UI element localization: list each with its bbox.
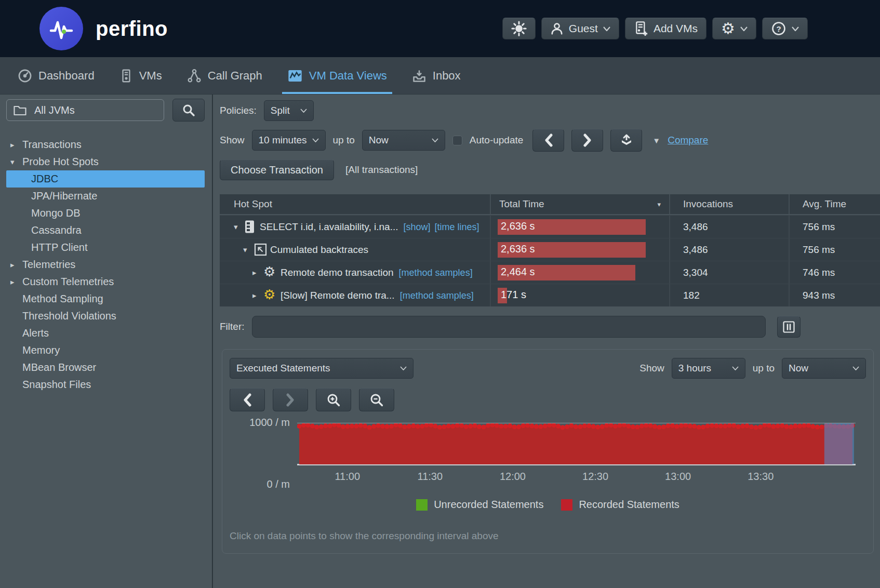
- sidebar-item-http-client[interactable]: HTTP Client: [0, 239, 212, 256]
- method-samples-link[interactable]: [method samples]: [399, 268, 473, 278]
- user-icon: [550, 22, 564, 35]
- sidebar-item-probe-hot-spots[interactable]: ▾Probe Hot Spots: [0, 153, 212, 170]
- hotspot-table: Hot Spot Total Time▾ Invocations Avg. Ti…: [220, 194, 880, 306]
- zoom-in-icon: [326, 393, 341, 407]
- sidebar-item-telemetries[interactable]: ▸Telemetries: [0, 256, 212, 273]
- auto-update-checkbox[interactable]: [452, 136, 462, 145]
- tab-vm-data-views[interactable]: VM Data Views: [275, 57, 399, 94]
- sidebar-item-cassandra[interactable]: Cassandra: [0, 222, 212, 239]
- logo: perfino: [0, 7, 168, 50]
- settings-menu-button[interactable]: ⚙: [712, 18, 756, 39]
- chevron-down-icon: [300, 109, 307, 113]
- add-vms-button[interactable]: Add VMs: [625, 18, 706, 39]
- metric-select[interactable]: Executed Statements: [230, 358, 414, 379]
- upto-label: up to: [333, 135, 355, 146]
- choose-transaction-button[interactable]: Choose Transaction: [220, 159, 334, 180]
- sidebar-item-mbean-browser[interactable]: MBean Browser: [0, 359, 212, 376]
- server-icon: [119, 69, 133, 83]
- sidebar-item-memory[interactable]: Memory: [0, 342, 212, 359]
- app-title: perfino: [96, 17, 168, 41]
- filter-columns-button[interactable]: [777, 316, 801, 338]
- sidebar-item-jpa-hibernate[interactable]: JPA/Hibernate: [0, 188, 212, 205]
- telemetry-chart[interactable]: 1000 / m 0 / m 11:0011:3012:0012:3013:00…: [230, 423, 866, 484]
- chart-hint-text: Click on data points to show the corresp…: [230, 530, 866, 542]
- chevron-right-icon: [285, 393, 296, 407]
- sidebar-item-method-sampling[interactable]: Method Sampling: [0, 290, 212, 308]
- add-vms-label: Add VMs: [654, 22, 698, 35]
- column-header-avg-time[interactable]: Avg. Time: [790, 194, 880, 214]
- chart-selection: [824, 423, 854, 464]
- upto-select[interactable]: Now: [362, 130, 445, 151]
- jvm-selector-label: All JVMs: [34, 104, 75, 116]
- sidebar-item-transactions[interactable]: ▸Transactions: [0, 136, 212, 153]
- sidebar-item-snapshot-files[interactable]: Snapshot Files: [0, 376, 212, 393]
- compare-triangle-icon[interactable]: ▼: [652, 136, 660, 145]
- collapsed-arrow-icon[interactable]: ▸: [252, 291, 257, 300]
- guest-menu-button[interactable]: Guest: [541, 18, 619, 39]
- expanded-arrow-icon[interactable]: ▾: [243, 245, 247, 255]
- gear-icon: ⚙: [721, 21, 735, 36]
- expanded-arrow-icon[interactable]: ▾: [10, 157, 20, 167]
- collapsed-arrow-icon[interactable]: ▸: [10, 140, 20, 150]
- collapsed-arrow-icon[interactable]: ▸: [10, 277, 20, 287]
- collapsed-arrow-icon[interactable]: ▸: [10, 260, 20, 270]
- policies-label: Policies:: [220, 105, 257, 116]
- filter-input[interactable]: [252, 316, 766, 338]
- chart-back-button[interactable]: [230, 388, 265, 411]
- column-header-hotspot[interactable]: Hot Spot: [220, 194, 491, 214]
- x-tick-label: 12:30: [582, 471, 608, 483]
- show-link[interactable]: [show]: [403, 222, 430, 233]
- chevron-left-icon: [543, 133, 554, 147]
- table-row[interactable]: ▾ SELECT i.id, i.availability, i.na...[s…: [220, 215, 880, 238]
- time-lines-link[interactable]: [time lines]: [435, 222, 479, 233]
- tab-inbox[interactable]: Inbox: [399, 57, 473, 94]
- method-samples-link[interactable]: [method samples]: [400, 290, 474, 301]
- zoom-out-icon: [369, 393, 384, 407]
- chart-plot-area[interactable]: [297, 423, 856, 465]
- sidebar-item-custom-telemetries[interactable]: ▸Custom Telemetries: [0, 273, 212, 290]
- table-row[interactable]: ▾ Cumulated backtraces 2,636 s 3,486 756…: [220, 238, 880, 261]
- policies-select[interactable]: Split: [264, 100, 314, 121]
- collapsed-arrow-icon[interactable]: ▸: [252, 268, 257, 277]
- next-interval-button[interactable]: [571, 129, 603, 152]
- table-row[interactable]: ▸ ⚙ [Slow] Remote demo tra...[method sam…: [220, 284, 880, 306]
- chevron-right-icon: [582, 133, 593, 147]
- help-icon: ?: [771, 21, 786, 36]
- tab-call-graph[interactable]: Call Graph: [175, 57, 275, 94]
- show-range-select[interactable]: 10 minutes: [252, 130, 326, 151]
- jvm-selector[interactable]: All JVMs: [6, 99, 164, 121]
- help-menu-button[interactable]: ?: [762, 18, 808, 39]
- show-label: Show: [220, 135, 245, 146]
- sidebar-item-jdbc[interactable]: JDBC: [6, 170, 205, 188]
- call-graph-icon: [187, 69, 202, 83]
- brightness-button[interactable]: [502, 18, 536, 39]
- chevron-down-icon: [312, 138, 319, 142]
- chart-zoom-out-button[interactable]: [359, 388, 394, 411]
- previous-interval-button[interactable]: [532, 129, 564, 152]
- sidebar-item-alerts[interactable]: Alerts: [0, 325, 212, 342]
- expanded-arrow-icon[interactable]: ▾: [234, 222, 238, 232]
- sidebar-item-threshold-violations[interactable]: Threshold Violations: [0, 308, 212, 325]
- tab-vms[interactable]: VMs: [107, 57, 175, 94]
- chart-range-select[interactable]: 3 hours: [672, 358, 745, 379]
- tab-dashboard[interactable]: Dashboard: [5, 57, 107, 94]
- export-button[interactable]: [610, 129, 642, 152]
- search-button[interactable]: [172, 99, 205, 122]
- chevron-down-icon: [603, 26, 610, 31]
- compare-link[interactable]: Compare: [668, 135, 708, 146]
- legend-swatch-red: [561, 499, 572, 511]
- column-header-total-time[interactable]: Total Time▾: [491, 194, 670, 214]
- chevron-down-icon: [852, 366, 859, 370]
- chart-forward-button[interactable]: [273, 388, 308, 411]
- sidebar-tree: ▸Transactions ▾Probe Hot Spots JDBC JPA/…: [0, 136, 212, 393]
- show-label: Show: [639, 363, 664, 374]
- sidebar-item-mongo-db[interactable]: Mongo DB: [0, 205, 212, 222]
- x-axis-labels: 11:0011:3012:0012:3013:0013:30: [297, 469, 856, 484]
- filter-label: Filter:: [220, 321, 245, 332]
- column-header-invocations[interactable]: Invocations: [670, 194, 790, 214]
- chart-upto-select[interactable]: Now: [782, 358, 866, 379]
- x-tick-label: 13:30: [748, 471, 774, 483]
- chart-zoom-in-button[interactable]: [316, 388, 351, 411]
- sidebar: All JVMs ▸Transactions ▾Probe Hot Spots …: [0, 95, 213, 588]
- table-row[interactable]: ▸ ⚙ Remote demo transaction[method sampl…: [220, 261, 880, 284]
